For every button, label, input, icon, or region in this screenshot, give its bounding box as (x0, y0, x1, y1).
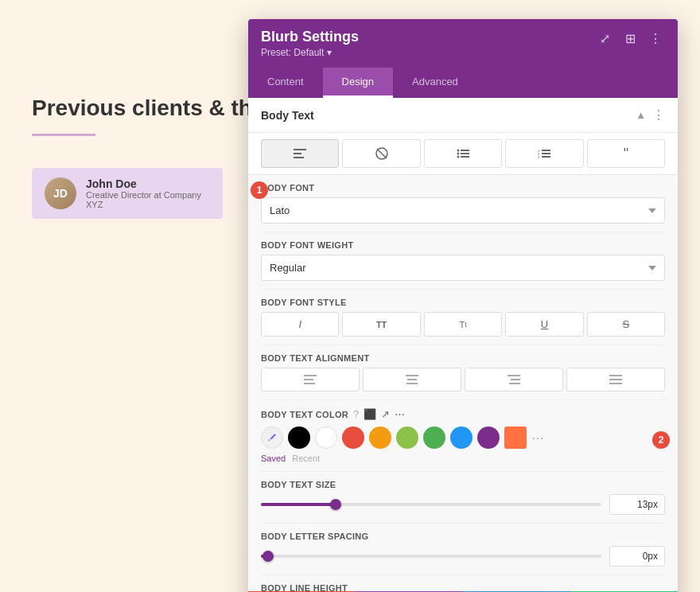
svg-rect-1 (294, 153, 301, 154)
settings-content: Body Font Lato Open Sans Roboto Body Fon… (248, 175, 678, 591)
recent-tab[interactable]: Recent (292, 454, 320, 463)
body-text-size-label: Body Text Size (261, 480, 665, 489)
modal-header: Blurb Settings Preset: Default ▾ ⤢ ⊞ ⋮ (248, 19, 678, 68)
expand-button[interactable]: ⤢ (595, 29, 614, 48)
text-size-slider-row (261, 494, 665, 515)
page-content: Previous clients & the JD John Doe Creat… (32, 95, 265, 219)
style-tab-none[interactable] (342, 139, 420, 168)
eyedropper-swatch[interactable] (261, 426, 283, 449)
italic-button[interactable]: I (261, 312, 339, 337)
section-controls: ▲ ⋮ (636, 107, 665, 123)
letter-spacing-value[interactable] (609, 546, 665, 567)
color-black[interactable] (288, 426, 310, 449)
align-left-button[interactable] (261, 368, 360, 391)
color-swatches-row: ⋯ (261, 426, 665, 449)
modal-title: Blurb Settings (261, 29, 359, 45)
letter-spacing-track[interactable] (261, 555, 601, 558)
color-yellow[interactable] (369, 426, 391, 449)
svg-rect-6 (461, 150, 469, 151)
style-tab-align[interactable] (261, 139, 339, 168)
testimonial-role: Creative Director at Company XYZ (86, 190, 210, 209)
align-justify-button[interactable] (566, 368, 665, 391)
svg-point-9 (457, 156, 460, 158)
strikethrough-button[interactable]: S (587, 312, 665, 337)
testimonial-name: John Doe (86, 177, 210, 190)
avatar: JD (45, 177, 76, 209)
style-tab-list[interactable] (424, 139, 502, 168)
svg-rect-18 (304, 379, 313, 380)
color-green[interactable] (423, 426, 445, 449)
tab-advanced[interactable]: Advanced (393, 68, 477, 98)
body-font-style-label: Body Font Style (261, 298, 665, 307)
section-title: Body Text (261, 109, 314, 122)
color-blue[interactable] (450, 426, 472, 449)
section-header: Body Text ▲ ⋮ (248, 98, 678, 133)
font-style-buttons: I TT Tt U S (261, 312, 665, 337)
body-text-color-label: Body Text Color (261, 410, 348, 419)
letter-spacing-slider-row (261, 546, 665, 567)
color-purple[interactable] (477, 426, 500, 449)
modal-preset[interactable]: Preset: Default ▾ (261, 47, 359, 58)
svg-rect-16 (542, 156, 550, 158)
blurb-settings-modal: Blurb Settings Preset: Default ▾ ⤢ ⊞ ⋮ C… (248, 19, 678, 592)
color-more-icon[interactable]: ⋯ (395, 408, 405, 420)
color-device-icon[interactable]: ⬛ (364, 408, 376, 420)
color-white[interactable] (315, 426, 337, 449)
body-font-weight-field: Body Font Weight Regular Bold Light (261, 232, 665, 290)
saved-tab[interactable]: Saved (261, 454, 286, 463)
svg-rect-21 (407, 379, 417, 380)
tab-design[interactable]: Design (323, 68, 393, 98)
alignment-buttons (261, 368, 665, 391)
body-font-select[interactable]: Lato Open Sans Roboto (261, 197, 665, 224)
collapse-icon[interactable]: ▲ (636, 109, 646, 121)
avatar-initials: JD (45, 177, 76, 209)
columns-button[interactable]: ⊞ (620, 29, 640, 48)
color-hover-icon[interactable]: ↗ (381, 408, 390, 420)
more-swatches[interactable]: ⋯ (531, 430, 544, 446)
svg-rect-10 (461, 156, 469, 158)
text-size-track[interactable] (261, 503, 601, 506)
more-options-button[interactable]: ⋮ (646, 29, 665, 48)
modal-actions: ⤢ ⊞ ⋮ (595, 29, 665, 48)
svg-rect-26 (609, 375, 622, 376)
modal-tabs: Content Design Advanced (248, 68, 678, 98)
underline-button[interactable]: U (505, 312, 583, 337)
body-font-weight-select[interactable]: Regular Bold Light (261, 255, 665, 281)
page-title: Previous clients & the (32, 95, 265, 121)
body-font-style-field: Body Font Style I TT Tt U S (261, 290, 665, 345)
color-field-header: Body Text Color ? ⬛ ↗ ⋯ (261, 408, 665, 420)
align-right-button[interactable] (465, 368, 563, 391)
capitalize-button[interactable]: Tt (424, 312, 502, 337)
section-more-icon[interactable]: ⋮ (652, 107, 665, 123)
color-lime[interactable] (396, 426, 418, 449)
body-line-height-field: Body Line Height (261, 575, 665, 591)
style-tab-quote[interactable]: " (587, 139, 665, 168)
badge-2: 2 (652, 431, 670, 449)
svg-point-5 (457, 150, 460, 152)
svg-rect-27 (609, 379, 622, 380)
svg-rect-22 (406, 383, 418, 384)
align-center-button[interactable] (363, 368, 461, 391)
body-letter-spacing-label: Body Letter Spacing (261, 532, 665, 541)
tab-content[interactable]: Content (248, 68, 323, 98)
body-text-alignment-field: Body Text Alignment (261, 345, 665, 400)
body-text-alignment-label: Body Text Alignment (261, 353, 665, 363)
svg-rect-17 (304, 375, 317, 376)
svg-rect-25 (509, 383, 520, 384)
color-red[interactable] (342, 426, 364, 449)
svg-rect-28 (609, 383, 622, 384)
badge-1: 1 (251, 181, 268, 199)
modal-body: Body Text ▲ ⋮ (248, 98, 678, 591)
text-size-value[interactable] (609, 494, 665, 515)
uppercase-button[interactable]: TT (342, 312, 420, 337)
body-font-weight-label: Body Font Weight (261, 240, 665, 250)
testimonial-info: John Doe Creative Director at Company XY… (86, 177, 210, 209)
color-help-icon[interactable]: ? (353, 408, 359, 420)
svg-rect-14 (542, 153, 550, 154)
color-orange[interactable] (504, 426, 527, 449)
body-text-color-field: Body Text Color ? ⬛ ↗ ⋯ (261, 400, 665, 472)
svg-rect-12 (542, 150, 550, 151)
body-letter-spacing-field: Body Letter Spacing (261, 524, 665, 575)
style-tab-ordered[interactable]: 1. 2. 3. (505, 139, 583, 168)
svg-rect-24 (511, 379, 520, 380)
